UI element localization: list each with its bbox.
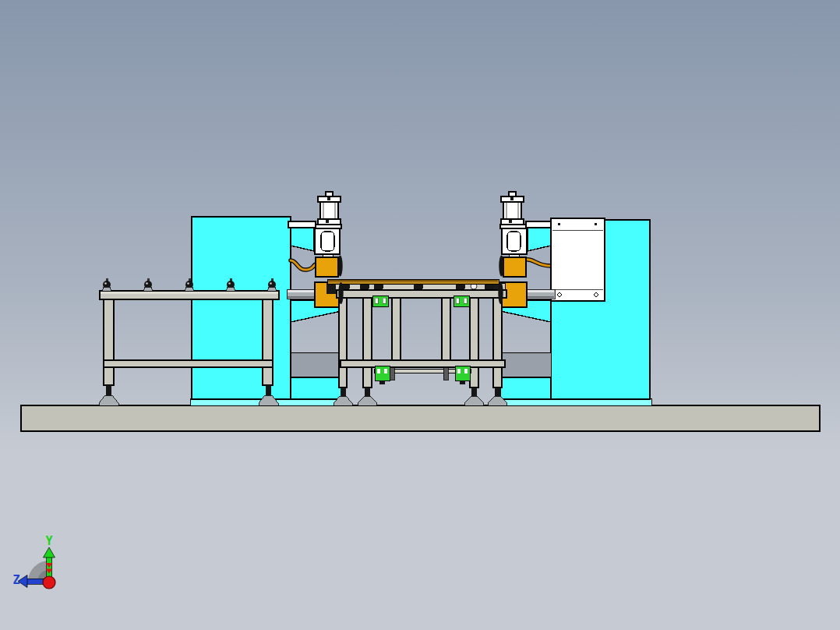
table-leg <box>470 298 478 388</box>
leveling-foot-pad <box>358 396 377 405</box>
right-upper-arm <box>528 228 551 251</box>
workpiece-strip[interactable] <box>327 279 499 284</box>
right-base-pedestal <box>500 377 551 399</box>
guide-slot <box>507 232 521 251</box>
cylinder-bottom-cap <box>318 219 341 225</box>
left-lower-electrode-wheel[interactable] <box>338 282 343 304</box>
left-upper-electrode-wheel[interactable] <box>337 256 342 277</box>
table-cross-beam <box>104 360 273 367</box>
hanger-bolt <box>390 367 394 380</box>
left-upper-arm <box>291 228 314 251</box>
table-leg <box>493 298 502 388</box>
infeed-rail-highlight <box>101 292 278 294</box>
right-upper-electrode[interactable] <box>503 257 526 277</box>
ball-caster <box>143 278 153 291</box>
clamp-unit <box>372 296 388 306</box>
guide-slot <box>321 232 334 251</box>
hanger-bolt <box>443 367 448 380</box>
clamp-unit <box>454 296 469 306</box>
left-base-pedestal <box>291 377 341 399</box>
left-upper-arm-plate <box>288 221 316 228</box>
leveling-foot-pad <box>465 396 484 405</box>
cylinder-port <box>326 220 329 223</box>
left-upper-electrode[interactable] <box>316 257 338 277</box>
right-base-recess <box>500 352 551 377</box>
cylinder-flange <box>316 225 341 228</box>
cylinder-port <box>510 197 514 200</box>
cylinder-top-pin <box>326 192 333 196</box>
electrode-holder-block <box>316 257 338 277</box>
right-upper-arm-plate <box>526 221 553 228</box>
table-mid-post <box>392 298 401 360</box>
cylinder-flange <box>500 225 526 228</box>
tube-highlight <box>528 290 554 292</box>
control-panel[interactable] <box>551 218 605 301</box>
control-panel-door <box>551 218 605 301</box>
table-leg <box>363 298 372 388</box>
tube-shadow <box>288 296 314 298</box>
panel-screw-icon <box>558 223 560 225</box>
cylinder-bottom-cap <box>501 219 524 225</box>
tube-highlight <box>288 290 314 292</box>
table-leg <box>104 299 114 385</box>
leveling-foot-stem <box>266 385 271 396</box>
y-axis-label: Y <box>45 534 52 548</box>
table-leg <box>263 299 273 385</box>
left-welder-body <box>192 217 291 399</box>
table-mid-post <box>442 298 450 360</box>
y-axis-arrowhead-icon <box>44 547 55 557</box>
left-cylinder-assembly[interactable] <box>315 192 341 259</box>
panel-screw-icon <box>595 223 597 225</box>
workpiece-strip-edge <box>328 280 498 281</box>
clamp-unit <box>375 366 390 384</box>
leveling-foot-pad <box>99 395 118 405</box>
tube-shadow <box>528 296 554 298</box>
table-leg <box>339 298 347 388</box>
left-base-recess <box>291 352 341 377</box>
leveling-foot-stem <box>106 385 111 396</box>
origin-sphere-icon <box>43 576 55 589</box>
cylinder-top-pin <box>509 192 516 196</box>
cad-viewport[interactable]: Y Z <box>0 0 840 630</box>
orientation-triad[interactable]: Y Z <box>12 534 55 589</box>
base-plate[interactable] <box>21 405 820 431</box>
right-cylinder-assembly[interactable] <box>500 192 527 259</box>
clamp-unit <box>455 366 470 384</box>
fixture-lower-beam <box>341 360 505 367</box>
center-fixture-table[interactable] <box>326 281 507 405</box>
cylinder-port <box>327 197 330 200</box>
ball-caster <box>102 278 111 291</box>
right-lower-electrode-wheel[interactable] <box>498 282 503 304</box>
right-upper-electrode-wheel[interactable] <box>499 256 503 277</box>
z-axis-label: Z <box>12 573 19 587</box>
fixture-top-beam <box>337 290 506 298</box>
cylinder-port <box>509 220 512 223</box>
electrode-holder-block <box>503 257 526 277</box>
